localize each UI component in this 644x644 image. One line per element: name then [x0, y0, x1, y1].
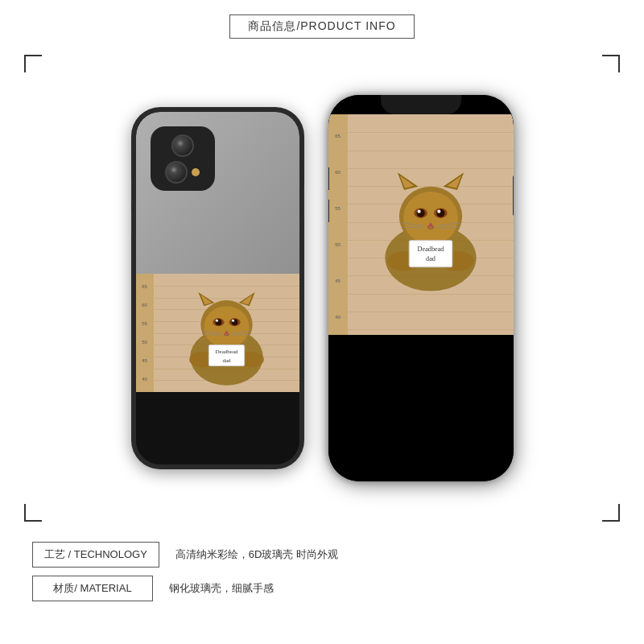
side-button-vol-down	[131, 212, 132, 234]
phone-vol-up	[328, 167, 329, 190]
info-row-technology: 工艺 / TECHNOLOGY 高清纳米彩绘，6D玻璃壳 时尚外观	[32, 542, 612, 568]
technology-value: 高清纳米彩绘，6D玻璃壳 时尚外观	[175, 547, 338, 562]
technology-label: 工艺 / TECHNOLOGY	[32, 542, 159, 568]
material-label: 材质/ MATERIAL	[32, 576, 153, 601]
phone-case-inner: 65 60 55 50 45 40	[136, 112, 299, 464]
phone-power-button	[513, 175, 514, 216]
svg-point-11	[215, 320, 217, 322]
ruler-left: 65 60 55 50 45 40	[136, 274, 154, 392]
screen-cat-svg: Deadbead dad	[348, 114, 514, 338]
side-button-right	[303, 188, 304, 220]
svg-point-12	[232, 320, 234, 322]
camera-lens-secondary	[165, 161, 188, 184]
corner-bracket-tr	[602, 55, 620, 72]
phone-full-right: 65 60 55 50 45 40	[328, 95, 514, 481]
left-phone-wrapper: 65 60 55 50 45 40	[131, 107, 304, 469]
right-phone-wrapper: 65 60 55 50 45 40	[328, 95, 514, 481]
camera-flash	[192, 168, 200, 176]
corner-bracket-bl	[24, 504, 42, 522]
svg-point-6	[204, 307, 249, 349]
screen-bottom-black	[328, 335, 514, 481]
svg-point-35	[437, 210, 440, 213]
phone-screen: 65 60 55 50 45 40	[328, 95, 514, 481]
screen-content: 65 60 55 50 45 40	[328, 95, 514, 481]
cat-svg-left: Deadbead dad	[154, 274, 299, 392]
svg-point-32	[416, 209, 424, 217]
svg-text:dad: dad	[222, 357, 231, 364]
svg-point-29	[403, 192, 458, 245]
info-section: 工艺 / TECHNOLOGY 高清纳米彩绘，6D玻璃壳 时尚外观 材质/ MA…	[0, 530, 644, 613]
corner-bracket-tl	[24, 55, 42, 72]
svg-rect-43	[409, 241, 452, 267]
info-row-material: 材质/ MATERIAL 钢化玻璃壳，细腻手感	[32, 576, 612, 601]
svg-point-33	[436, 209, 444, 217]
corner-bracket-br	[602, 504, 620, 522]
phone-vol-down	[328, 200, 329, 222]
phones-bracket: 65 60 55 50 45 40	[24, 55, 620, 522]
product-info-title: 商品信息/PRODUCT INFO	[229, 14, 414, 39]
svg-point-34	[417, 210, 420, 213]
notch	[381, 95, 461, 114]
screen-cat-image: 65 60 55 50 45 40	[328, 114, 514, 338]
screen-ruler-left: 65 60 55 50 45 40	[328, 114, 348, 338]
side-button-vol-up	[131, 180, 132, 202]
mugshot-background: 65 60 55 50 45 40	[136, 274, 299, 392]
material-value: 钢化玻璃壳，细腻手感	[169, 581, 274, 596]
svg-text:dad: dad	[426, 255, 436, 262]
case-top-gray	[136, 112, 299, 281]
phone-case-left: 65 60 55 50 45 40	[131, 107, 304, 469]
camera-lens-main	[171, 134, 194, 157]
svg-text:Deadbead: Deadbead	[417, 246, 444, 253]
cat-image-area-left: 65 60 55 50 45 40	[136, 274, 299, 464]
header: 商品信息/PRODUCT INFO	[0, 0, 644, 47]
svg-text:Deadbead: Deadbead	[215, 349, 238, 356]
case-bottom-black	[136, 392, 299, 464]
camera-module	[151, 126, 215, 191]
